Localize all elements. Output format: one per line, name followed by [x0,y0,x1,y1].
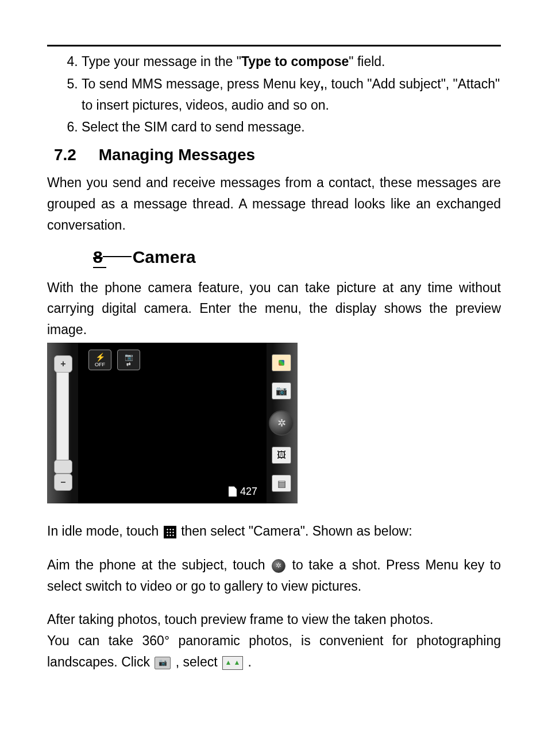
shot-counter-value: 427 [240,486,257,498]
shot-counter: 427 [229,486,257,498]
paragraph-7-2: When you send and receive messages from … [47,172,501,235]
shutter-button[interactable]: ✲ [269,410,294,436]
heading-7-2-title: Managing Messages [99,146,255,164]
horizontal-rule [47,45,501,46]
document-page: Type your message in the "Type to compos… [0,0,548,707]
heading-8-title: Camera [133,247,196,266]
heading-7-2: 7.2 Managing Messages [54,146,501,164]
camera-preview-figure: + – ⚡ OFF 📷 ⇄ 📷 ✲ 🖼 ▤ 4 [47,343,298,503]
numbered-steps: Type your message in the "Type to compos… [47,51,501,138]
step-4-bold: Type to compose [241,54,349,69]
line1-a: In idle mode, touch [47,524,159,538]
line-panorama: You can take 360° panoramic photos, is c… [47,630,501,673]
line4-a: You can take 360° panoramic photos, is c… [47,633,501,669]
line-aim: Aim the phone at the subject, touch ✲ to… [47,555,501,597]
step-6: Select the SIM card to send message. [82,117,501,138]
heading-8-dash [103,256,132,257]
step-4-text-a: Type your message in the " [82,54,241,69]
heading-7-2-number: 7.2 [54,146,94,164]
shutter-icon: ✲ [272,559,285,573]
line4-c: . [248,654,251,669]
step-5: To send MMS message, press Menu key,, to… [82,73,501,116]
paragraph-8-intro: With the phone camera feature, you can t… [47,277,501,340]
step-4-text-b: " field. [349,54,385,69]
gallery-icon[interactable]: 🖼 [272,447,291,464]
camera-right-panel: 📷 ✲ 🖼 ▤ [267,343,298,503]
zoom-slider-handle[interactable] [54,460,72,474]
line4-b: , select [176,654,221,669]
step-4: Type your message in the "Type to compos… [82,51,501,72]
panorama-icon: ▲▲ [222,656,243,670]
sd-card-icon [229,486,237,497]
camera-left-panel: + – [47,343,78,503]
color-mode-icon[interactable] [272,354,291,371]
zoom-in-button[interactable]: + [54,355,72,373]
flash-off-icon[interactable]: ⚡ OFF [88,350,111,370]
line2-a: Aim the phone at the subject, touch [47,557,265,572]
switch-label: ⇄ [126,361,131,367]
step-5-text-a: To send MMS message, press Menu key [82,76,320,91]
step-6-text: Select the SIM card to send message. [82,119,305,134]
zoom-out-button[interactable]: – [54,474,72,491]
switch-camera-icon[interactable]: 📷 ⇄ [117,350,140,370]
camera-mode-icon: 📷 [155,657,171,669]
heading-8-number: 8 [93,247,106,268]
apps-grid-icon [164,526,176,538]
heading-8: 8Camera [93,247,501,268]
line-idle-mode: In idle mode, touch then select "Camera"… [47,521,501,542]
flash-label: OFF [95,362,105,367]
camera-top-icons: ⚡ OFF 📷 ⇄ [88,350,140,370]
line-after-photos: After taking photos, touch preview frame… [47,609,501,630]
menu-grid-icon[interactable]: ▤ [272,475,291,492]
line1-b: then select "Camera". Shown as below: [181,524,412,538]
camera-mode-icon[interactable]: 📷 [272,382,291,400]
